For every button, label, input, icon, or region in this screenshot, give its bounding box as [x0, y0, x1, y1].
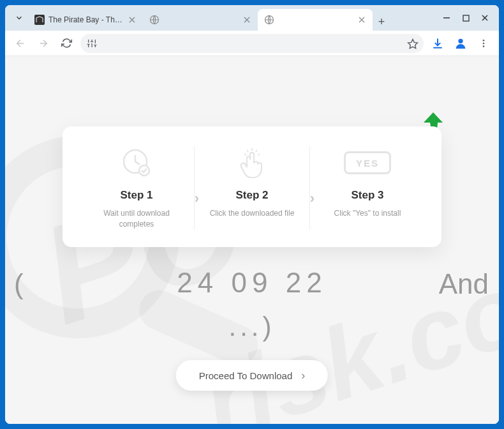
step-title: Step 3	[351, 189, 383, 202]
chevron-right-icon: ›	[301, 369, 305, 382]
step-2: Step 2 Click the downloaded file ›	[194, 146, 309, 230]
close-icon[interactable]	[242, 15, 251, 24]
tab-piratebay[interactable]: The Pirate Bay - The galax	[28, 9, 143, 31]
browser-window: The Pirate Bay - The galax	[5, 5, 499, 424]
proceed-label: Proceed To Download	[199, 370, 292, 381]
tab-blank-1[interactable]	[143, 9, 258, 31]
globe-icon	[264, 15, 274, 25]
tab-search-button[interactable]	[10, 9, 28, 27]
profile-button[interactable]	[452, 34, 470, 52]
step-desc: Click "Yes" to install	[334, 208, 401, 219]
window-controls	[443, 14, 489, 22]
favicon-piratebay	[34, 15, 45, 25]
svg-point-15	[483, 40, 485, 41]
close-window-button[interactable]	[481, 14, 489, 22]
titlebar: The Pirate Bay - The galax	[5, 5, 499, 31]
forward-button[interactable]	[34, 34, 52, 52]
close-icon[interactable]	[357, 15, 366, 24]
step-1: Step 1 Wait until download completes ›	[79, 146, 194, 230]
close-icon[interactable]	[128, 15, 137, 24]
step-title: Step 1	[120, 189, 152, 202]
yes-label: YES	[344, 151, 391, 174]
step-3: YES Step 3 Click "Yes" to install	[309, 146, 425, 230]
clock-icon	[121, 146, 152, 180]
svg-point-16	[483, 42, 485, 44]
step-desc: Click the downloaded file	[210, 208, 295, 219]
bg-and: And	[439, 268, 489, 300]
yes-box-icon: YES	[344, 146, 391, 180]
maximize-button[interactable]	[462, 14, 470, 22]
back-button[interactable]	[11, 34, 29, 52]
svg-rect-0	[34, 15, 45, 25]
site-settings-icon[interactable]	[87, 38, 97, 49]
tab-blank-2-active[interactable]	[258, 9, 373, 31]
svg-point-17	[483, 45, 485, 47]
svg-rect-3	[463, 15, 469, 21]
reload-button[interactable]	[57, 34, 75, 52]
tab-strip: The Pirate Bay - The galax	[28, 5, 436, 31]
page-content: PC risk.com Step 1 Wait until download c…	[5, 56, 499, 424]
url-bar[interactable]	[80, 34, 424, 53]
downloads-button[interactable]	[429, 34, 447, 52]
steps-card: Step 1 Wait until download completes › S…	[63, 126, 441, 247]
bookmark-star-icon[interactable]	[407, 38, 417, 49]
bg-numbers: 24 09 22	[5, 267, 499, 299]
svg-marker-13	[408, 39, 418, 48]
toolbar	[5, 31, 499, 56]
proceed-download-button[interactable]: Proceed To Download ›	[176, 360, 328, 391]
globe-icon	[149, 15, 159, 25]
step-title: Step 2	[235, 189, 268, 202]
bg-ellipsis: ...)	[5, 312, 499, 342]
minimize-button[interactable]	[443, 14, 450, 22]
tab-title: The Pirate Bay - The galax	[48, 15, 124, 24]
click-hand-icon	[237, 146, 267, 180]
new-tab-button[interactable]: +	[373, 13, 390, 31]
menu-button[interactable]	[475, 34, 493, 52]
svg-point-14	[458, 38, 463, 43]
step-desc: Wait until download completes	[92, 208, 181, 230]
